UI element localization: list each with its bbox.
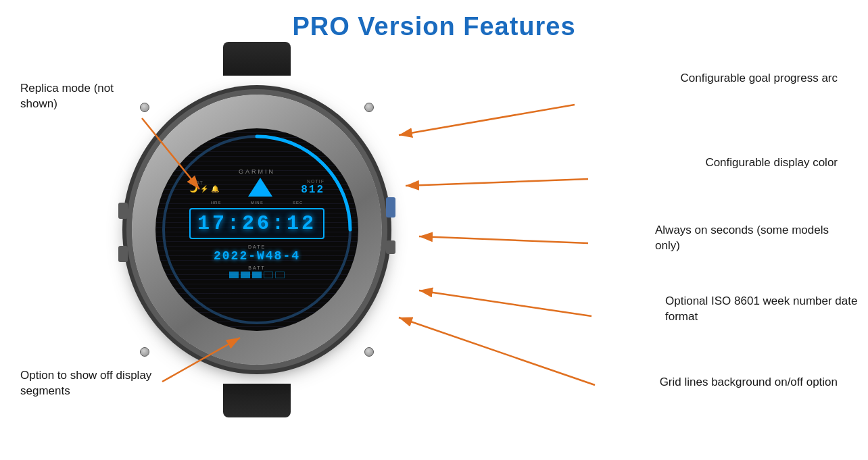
date-section: DATE 2022-W48-4 [214, 245, 300, 263]
arrow-configurable-goal [399, 105, 575, 135]
annotation-replica-mode: Replica mode (not shown) [20, 81, 149, 112]
mins-label: MINS [251, 201, 264, 205]
bluetooth-icon: ⚡ [200, 185, 208, 193]
annotation-configurable-color: Configurable display color [705, 155, 838, 171]
annotation-optional-iso: Optional ISO 8601 week number date forma… [665, 294, 861, 325]
hrs-label: HRS [211, 201, 222, 205]
battery-section: BATT [229, 265, 285, 278]
time-display: 17:26:12 [197, 212, 316, 235]
batt-seg-5 [275, 272, 285, 278]
arrow-grid-lines [399, 317, 595, 385]
face-content: GARMIN STAT 🌙 ⚡ 🔔 NOTIF 812 [155, 128, 358, 331]
date-display: 2022-W48-4 [214, 249, 300, 263]
page-title: PRO Version Features [0, 0, 868, 41]
stop-button[interactable] [386, 240, 395, 254]
bell-icon: 🔔 [211, 185, 219, 193]
notif-label: NOTIF [301, 179, 324, 184]
status-icons: 🌙 ⚡ 🔔 [189, 185, 219, 193]
menu-button[interactable] [118, 203, 128, 219]
start-button[interactable] [386, 197, 395, 218]
stat-row: STAT 🌙 ⚡ 🔔 NOTIF 812 [189, 178, 324, 198]
watch-outer-bezel: GARMIN STAT 🌙 ⚡ 🔔 NOTIF 812 [132, 95, 382, 365]
sec-label: SEC [293, 201, 303, 205]
band-bottom [223, 384, 291, 417]
down-button[interactable] [118, 246, 128, 262]
annotation-off-segments: Option to show off display segments [20, 368, 169, 399]
screw-bl [140, 347, 149, 357]
batt-seg-1 [229, 272, 239, 278]
stat-label: STAT [189, 180, 219, 185]
annotation-grid-lines: Grid lines background on/off option [660, 375, 838, 390]
band-top [223, 42, 291, 76]
arrow-optional-iso [419, 290, 592, 316]
batt-seg-2 [241, 272, 250, 278]
batt-label: BATT [248, 265, 265, 270]
watch-face: GARMIN STAT 🌙 ⚡ 🔔 NOTIF 812 [155, 128, 358, 331]
moon-icon: 🌙 [189, 185, 197, 193]
time-labels-row: HRS MINS SEC [196, 201, 318, 205]
annotation-configurable-goal: Configurable goal progress arc [681, 71, 838, 86]
screw-tr [364, 103, 374, 112]
arrow-configurable-color [406, 179, 588, 186]
battery-icons [229, 272, 285, 278]
batt-seg-3 [252, 272, 262, 278]
triangle-icon [248, 178, 272, 197]
batt-seg-4 [264, 272, 273, 278]
date-label: DATE [248, 245, 266, 249]
screw-br [364, 347, 374, 357]
garmin-label: GARMIN [239, 168, 275, 175]
notif-value: 812 [301, 184, 324, 196]
arrow-always-on-seconds [419, 236, 588, 243]
annotation-always-on: Always on seconds (some models only) [655, 223, 838, 254]
time-box: 17:26:12 [189, 208, 324, 239]
watch-container: GARMIN STAT 🌙 ⚡ 🔔 NOTIF 812 [128, 68, 385, 392]
